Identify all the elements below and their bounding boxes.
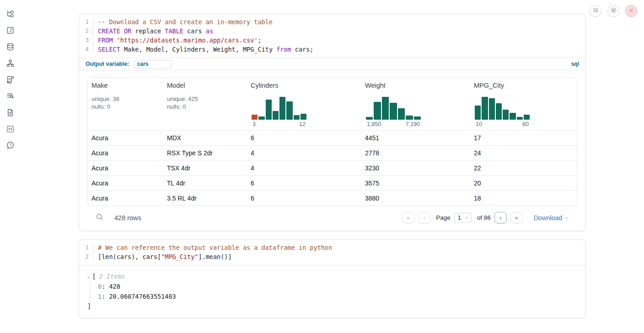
prev-page-button[interactable]: ‹: [418, 212, 430, 223]
table-header: Make unique: 38 nulls: 0 Model unique: 4…: [88, 78, 577, 130]
histogram-bar: [398, 108, 405, 120]
histogram-bar: [266, 100, 272, 120]
code-line[interactable]: 2⌄CREATE OR replace TABLE cars as: [79, 26, 585, 36]
sql-code-editor[interactable]: 1-- Download a CSV and create an in-memo…: [79, 14, 585, 58]
code-line[interactable]: 1-- Download a CSV and create an in-memo…: [79, 17, 585, 26]
sidebar-item-variables[interactable]: f: [5, 27, 15, 35]
column-title: MPG_City: [474, 82, 573, 89]
table-cell: Acura: [88, 131, 163, 145]
column-header-weight[interactable]: Weight 1,8507,190: [361, 78, 470, 130]
sidebar-item-documentation[interactable]: [5, 109, 15, 117]
output-variable-input[interactable]: [134, 60, 172, 69]
notebook-actions: [590, 5, 637, 17]
weight-axis: 1,8507,190: [366, 120, 421, 127]
histogram-bar: [301, 114, 306, 120]
sidebar-item-snippets[interactable]: [5, 126, 15, 134]
code-line[interactable]: 3FROM 'https://datasets.marimo.app/cars.…: [79, 36, 585, 45]
table-cell: 18: [470, 191, 577, 206]
table-row[interactable]: AcuraMDX6445117: [88, 130, 577, 145]
sidebar-item-dependency-graph[interactable]: [5, 60, 15, 68]
table-cell: Acura: [88, 176, 163, 190]
fold-icon[interactable]: ⌄: [91, 27, 93, 36]
histogram-bar: [258, 116, 264, 120]
svg-text:f: f: [9, 27, 12, 33]
code-line[interactable]: 2[len(cars), cars["MPG_City"].mean()]: [79, 252, 585, 261]
file-tree-icon: [6, 10, 15, 20]
table-row[interactable]: Acura3.5 RL 4dr6388018: [88, 190, 577, 206]
python-code-editor[interactable]: 1# We can reference the output variable …: [79, 240, 585, 265]
histogram-bar: [252, 115, 258, 120]
language-badge: sql: [571, 61, 579, 67]
sidebar-item-file-explorer[interactable]: [5, 11, 15, 19]
shutdown-button[interactable]: [625, 5, 637, 17]
histogram-bar: [489, 98, 495, 120]
svg-text:?: ?: [9, 143, 11, 147]
cylinders-axis: 312: [252, 120, 306, 127]
close-bracket: ]: [87, 301, 578, 311]
python-cell: 1# We can reference the output variable …: [79, 239, 586, 318]
next-page-button[interactable]: ›: [494, 212, 507, 223]
table-cell: 3880: [361, 191, 470, 206]
histogram-bar: [414, 116, 421, 120]
mpg-city-histogram[interactable]: [475, 96, 530, 120]
table-cell: 3.5 RL 4dr: [163, 191, 247, 206]
output-tree-root[interactable]: ⌄ [ 2 Items: [87, 271, 578, 281]
page-select[interactable]: 1: [454, 213, 472, 223]
items-count-label: 2 Items: [99, 273, 125, 280]
notebook-area: 1-- Download a CSV and create an in-memo…: [79, 14, 586, 327]
column-stats: unique: 425 nulls: 0: [167, 95, 243, 111]
chevron-down-icon: [564, 214, 569, 222]
menu-button[interactable]: [590, 5, 601, 17]
code-line[interactable]: 4SELECT Make, Model, Cylinders, Weight, …: [79, 45, 585, 54]
table-cell: TSX 4dr: [163, 161, 247, 175]
function-icon: f: [6, 26, 15, 37]
download-button[interactable]: Download: [534, 214, 569, 222]
column-header-cylinders[interactable]: Cylinders 312: [247, 78, 361, 130]
sidebar-item-logs[interactable]: [5, 93, 15, 101]
python-output: ⌄ [ 2 Items 0: 4281: 20.060747663551403 …: [79, 265, 585, 318]
scroll-icon: [6, 75, 15, 86]
table-cell: 3575: [361, 176, 470, 190]
chevron-down-icon: [465, 214, 469, 221]
column-header-mpg-city[interactable]: MPG_City 1060: [470, 78, 577, 130]
first-page-button[interactable]: «: [402, 212, 414, 223]
histogram-bar: [279, 97, 285, 120]
collapse-caret-icon[interactable]: ⌄: [87, 274, 90, 279]
sidebar-item-scratchpad[interactable]: [5, 76, 15, 85]
hamburger-icon: [593, 7, 599, 15]
table-cell: 2778: [361, 146, 470, 160]
chevron-right-icon: ›: [499, 214, 501, 221]
table-row[interactable]: AcuraTL 4dr6357520: [88, 175, 577, 190]
column-header-model[interactable]: Model unique: 425 nulls: 0: [163, 78, 247, 130]
table-cell: 17: [470, 131, 577, 145]
output-variable-row: Output variable: sql: [79, 58, 585, 70]
histogram-bar: [390, 103, 397, 120]
search-icon: [96, 213, 103, 222]
search-button[interactable]: [96, 213, 103, 222]
sidebar-item-data-sources[interactable]: [5, 43, 15, 52]
table-row[interactable]: AcuraTSX 4dr4323022: [88, 160, 577, 175]
table-row[interactable]: AcuraRSX Type S 2dr4277824: [88, 145, 577, 160]
settings-button[interactable]: [607, 5, 619, 17]
data-table: Make unique: 38 nulls: 0 Model unique: 4…: [87, 77, 577, 206]
histogram-bar: [524, 115, 530, 120]
open-bracket: [: [92, 273, 96, 280]
pagination: « ‹ Page 1 of 86 › »: [402, 212, 523, 223]
table-cell: 6: [247, 191, 361, 206]
output-tree-entry: 1: 20.060747663551403: [98, 291, 578, 301]
weight-histogram[interactable]: [366, 96, 421, 120]
sidebar-item-help[interactable]: ?: [5, 142, 15, 150]
table-cell: 4451: [361, 131, 470, 145]
table-body: AcuraMDX6445117AcuraRSX Type S 2dr427782…: [88, 130, 577, 206]
table-cell: 4: [247, 161, 361, 175]
help-icon: ?: [6, 141, 15, 152]
histogram-bar: [382, 97, 389, 120]
output-tree-entry: 0: 428: [98, 281, 578, 291]
last-page-button[interactable]: »: [510, 212, 523, 223]
dependency-graph-icon: [6, 59, 15, 69]
table-cell: 4: [247, 146, 361, 160]
column-header-make[interactable]: Make unique: 38 nulls: 0: [88, 78, 163, 130]
column-title: Model: [167, 82, 243, 89]
cylinders-histogram[interactable]: [252, 96, 306, 120]
code-line[interactable]: 1# We can reference the output variable …: [79, 243, 585, 252]
